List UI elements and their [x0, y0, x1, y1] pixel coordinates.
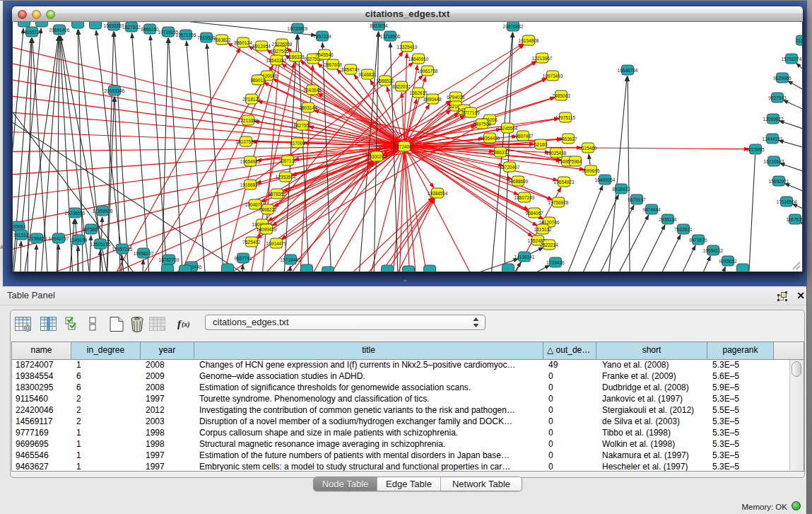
network-node[interactable]: 12353594 [276, 172, 296, 182]
network-node[interactable] [382, 265, 394, 271]
network-node[interactable]: 8466160 [141, 24, 159, 34]
table-row[interactable]: 1938455462009Genome–wide association stu… [12, 371, 790, 382]
network-edge-red[interactable] [404, 152, 413, 271]
network-node[interactable]: 13325419 [397, 42, 418, 52]
network-node[interactable] [36, 22, 48, 27]
network-node[interactable]: 8860124 [234, 37, 252, 47]
network-node[interactable]: 8215955 [746, 144, 765, 154]
network-edge-black[interactable] [283, 35, 298, 271]
network-edge-black[interactable] [748, 155, 755, 271]
network-node[interactable]: 9777169 [461, 107, 480, 117]
network-edge-black[interactable] [632, 235, 681, 271]
network-node[interactable]: 9227343 [768, 93, 787, 103]
network-edge-black[interactable] [187, 41, 208, 271]
network-node[interactable] [301, 264, 313, 271]
network-node[interactable]: 8938923 [612, 184, 630, 194]
table-row[interactable]: 969969511998Structural magnetic resonanc… [12, 439, 790, 450]
function-builder-icon[interactable]: f(x) [177, 317, 194, 332]
table-row[interactable]: 946362711997Embryonic stem cells: a mode… [12, 462, 790, 471]
network-canvas[interactable]: 1405572420691406106532871527602846616010… [12, 22, 803, 272]
network-node[interactable]: 15692971 [769, 176, 789, 186]
float-panel-icon[interactable] [777, 291, 787, 301]
column-header-pagerank[interactable]: pagerank [707, 342, 774, 359]
network-node[interactable]: 20876882 [503, 22, 524, 31]
network-node[interactable]: 7545546 [315, 49, 334, 59]
network-node[interactable]: 10807487 [513, 131, 534, 141]
network-node[interactable]: 2935114 [659, 214, 677, 224]
network-edge-black[interactable] [784, 183, 802, 198]
table-row[interactable]: 911546021997Tourette syndrome. Phenomeno… [12, 394, 790, 405]
table-row[interactable]: 2242004622012Investigating the contribut… [12, 405, 790, 416]
row-height-icon[interactable] [88, 317, 104, 332]
network-node[interactable]: 75964 [569, 156, 582, 166]
tab-network-table[interactable]: Network Table [441, 477, 522, 491]
network-node[interactable]: 10671355 [176, 30, 196, 40]
network-node[interactable]: 20691406 [49, 25, 70, 35]
network-edge-black[interactable] [529, 247, 543, 255]
network-node[interactable]: 9684067 [525, 208, 543, 218]
network-node[interactable] [424, 265, 436, 271]
network-edge-black[interactable] [558, 185, 603, 271]
close-panel-icon[interactable]: ✕ [795, 290, 806, 301]
network-node[interactable] [322, 267, 334, 271]
network-node[interactable]: 9474444 [642, 204, 661, 214]
network-edge-black[interactable] [779, 121, 803, 134]
network-node[interactable]: 7632621 [674, 224, 693, 234]
network-edge-black[interactable] [611, 225, 665, 271]
table-row[interactable]: 1872400712008Changes of HCN gene express… [12, 360, 790, 371]
network-node[interactable]: 10654112 [703, 245, 724, 255]
network-node[interactable] [502, 264, 514, 271]
network-edge-black[interactable] [169, 38, 186, 271]
table-row[interactable]: 1830029562008Estimation of significance … [12, 382, 790, 394]
table-row[interactable]: 1456911722003Disruption of a novel membe… [12, 416, 790, 428]
network-node[interactable]: 7485063 [552, 90, 570, 100]
column-header-short[interactable]: short [596, 342, 707, 359]
network-edge-red[interactable] [13, 57, 399, 145]
network-node[interactable]: 6679197 [628, 194, 646, 204]
network-node[interactable]: 15720407 [500, 162, 520, 172]
new-document-icon[interactable] [109, 317, 125, 332]
network-node[interactable]: 9115460 [579, 143, 597, 153]
column-header-title[interactable]: title [194, 342, 543, 359]
network-node[interactable]: 9146821 [358, 69, 377, 79]
column-header-in_degree[interactable]: in_degree [71, 342, 141, 359]
column-header-year[interactable]: year [141, 342, 194, 359]
network-node[interactable]: 10688609 [508, 176, 529, 186]
network-node[interactable]: 20364436 [480, 133, 500, 143]
network-edge-black[interactable] [783, 100, 802, 117]
network-edge-black[interactable] [20, 241, 21, 271]
network-edge-red[interactable] [318, 93, 400, 144]
network-edge-black[interactable] [788, 81, 802, 99]
window-titlebar[interactable]: citations_edges.txt [12, 6, 803, 22]
network-node[interactable]: 16210643 [764, 156, 784, 166]
network-node[interactable]: 11123 [796, 35, 802, 45]
network-node[interactable]: 12444151 [763, 134, 783, 144]
network-node[interactable]: 12975115 [555, 112, 576, 122]
network-node[interactable]: 2867608 [324, 59, 342, 69]
network-node[interactable] [162, 264, 174, 271]
network-node[interactable]: 2803144 [299, 103, 317, 112]
network-node[interactable]: 18640910 [408, 54, 429, 64]
network-node[interactable]: 18807249 [514, 192, 535, 202]
import-table-disabled-icon[interactable] [149, 317, 165, 332]
network-edge-black[interactable] [96, 30, 127, 271]
network-node[interactable]: 7857224 [313, 31, 331, 41]
network-edge-black[interactable] [628, 76, 630, 271]
network-node[interactable]: 15751074 [782, 54, 802, 64]
network-node[interactable]: 12093822 [763, 114, 784, 124]
network-node[interactable]: 1527602 [122, 22, 141, 32]
network-edge-red[interactable] [338, 198, 434, 271]
table-selector-dropdown[interactable]: citations_edges.txt [205, 315, 486, 330]
network-node[interactable] [18, 22, 30, 27]
network-edge-black[interactable] [590, 215, 649, 271]
network-node[interactable]: 9657791 [234, 253, 252, 263]
select-rows-icon[interactable] [65, 317, 81, 332]
tab-edge-table[interactable]: Edge Table [377, 477, 441, 491]
network-node[interactable]: 14055724 [22, 27, 42, 37]
network-edge-black[interactable] [132, 33, 152, 271]
table-row[interactable]: 977716911998Corpus callosum shape and si… [12, 428, 790, 439]
network-node[interactable]: 1733426 [546, 257, 565, 267]
network-node[interactable]: 16107553 [236, 136, 257, 146]
network-node[interactable]: 19166827 [240, 180, 261, 189]
network-node[interactable]: 16648784 [618, 65, 638, 75]
